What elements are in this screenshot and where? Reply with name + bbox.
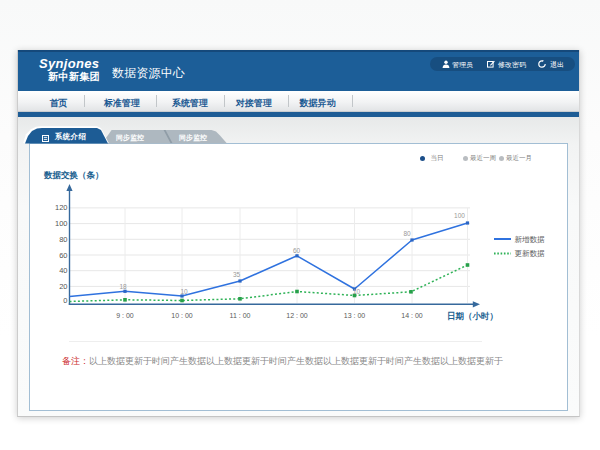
svg-text:100: 100 xyxy=(454,212,465,219)
svg-text:60: 60 xyxy=(293,247,301,254)
svg-text:更新数据: 更新数据 xyxy=(515,249,546,258)
svg-text:新增数据: 新增数据 xyxy=(515,235,546,244)
svg-text:10 : 00: 10 : 00 xyxy=(171,312,193,319)
svg-text:14 : 00: 14 : 00 xyxy=(401,312,423,319)
svg-text:80: 80 xyxy=(403,230,411,237)
svg-text:40: 40 xyxy=(59,266,67,275)
svg-text:120: 120 xyxy=(55,203,68,212)
svg-text:10: 10 xyxy=(180,288,188,295)
svg-text:11 : 00: 11 : 00 xyxy=(230,312,251,319)
svg-text:60: 60 xyxy=(59,251,67,260)
svg-text:9 : 00: 9 : 00 xyxy=(116,312,134,319)
svg-text:0: 0 xyxy=(63,296,67,305)
svg-text:35: 35 xyxy=(233,271,241,278)
svg-text:100: 100 xyxy=(55,219,68,228)
svg-text:日期（小时）: 日期（小时） xyxy=(447,311,498,321)
svg-text:12 : 00: 12 : 00 xyxy=(286,312,308,319)
svg-text:10: 10 xyxy=(353,288,361,295)
svg-text:18: 18 xyxy=(119,283,127,290)
svg-text:80: 80 xyxy=(59,235,67,244)
svg-text:数据交换（条）: 数据交换（条） xyxy=(43,170,104,180)
svg-text:13 : 00: 13 : 00 xyxy=(344,312,366,319)
svg-text:20: 20 xyxy=(59,282,67,291)
